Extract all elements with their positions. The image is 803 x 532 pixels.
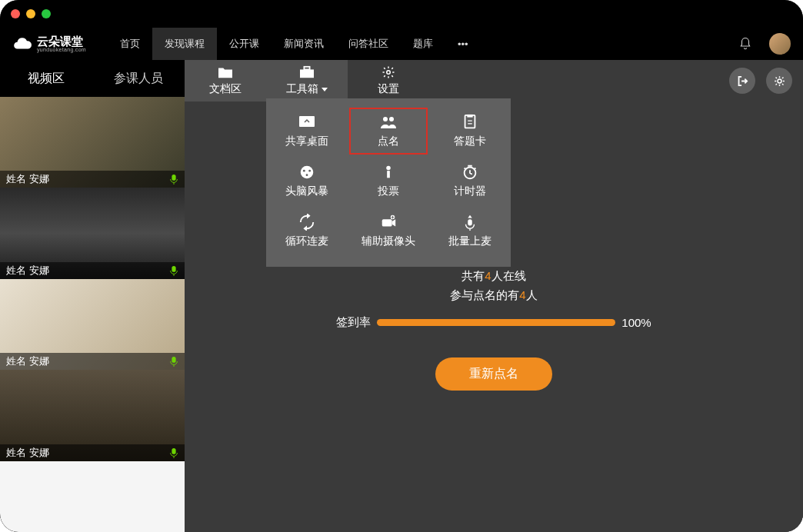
progress-row: 签到率 100%	[336, 315, 651, 330]
timer-icon	[461, 164, 479, 181]
rate-label: 签到率	[336, 315, 371, 330]
tool-answer-card[interactable]: 答题卡	[429, 106, 511, 156]
video-list: 姓名 安娜 姓名 安娜 姓名 安娜 姓名 安娜	[0, 97, 185, 532]
titlebar	[0, 0, 803, 28]
mic-icon	[169, 447, 178, 458]
video-cell[interactable]: 姓名 安娜	[0, 188, 185, 278]
svg-rect-5	[304, 67, 309, 70]
svg-point-6	[387, 71, 391, 75]
tool-brainstorm[interactable]: 头脑风暴	[266, 156, 348, 206]
svg-rect-12	[467, 115, 472, 118]
user-avatar[interactable]	[769, 33, 791, 55]
toolbox-dropdown: 共享桌面 点名 答题卡 头脑风暴 投票 计时器	[266, 98, 511, 267]
mic-icon	[169, 356, 178, 367]
svg-rect-8	[299, 116, 315, 127]
brainstorm-icon	[298, 164, 316, 181]
nav-news[interactable]: 新闻资讯	[272, 28, 336, 60]
mic-up-icon	[461, 214, 479, 231]
cloud-icon	[12, 34, 32, 54]
toolbox-label: 工具箱	[286, 82, 318, 96]
top-nav: 云朵课堂 yunduoketang.com 首页 发现课程 公开课 新闻资讯 问…	[0, 28, 803, 60]
nav-items: 首页 发现课程 公开课 新闻资讯 问答社区 题库 •••	[108, 28, 481, 60]
camera-plus-icon	[379, 214, 398, 231]
svg-rect-20	[382, 219, 392, 226]
nav-open-class[interactable]: 公开课	[217, 28, 272, 60]
svg-point-17	[386, 166, 391, 171]
exit-button[interactable]	[729, 68, 755, 94]
video-cell[interactable]: 姓名 安娜	[0, 97, 185, 188]
tool-aux-camera[interactable]: 辅助摄像头	[348, 206, 429, 256]
mic-icon	[169, 265, 178, 276]
left-tabs: 视频区 参课人员	[0, 60, 185, 97]
svg-point-16	[306, 174, 308, 176]
svg-rect-18	[387, 171, 390, 178]
svg-point-7	[778, 79, 781, 83]
exit-icon	[736, 75, 749, 88]
left-panel: 视频区 参课人员 姓名 安娜 姓名 安娜 姓名 安娜 姓名 安	[0, 60, 185, 532]
logo[interactable]: 云朵课堂 yunduoketang.com	[12, 34, 86, 54]
close-dot[interactable]	[11, 9, 20, 18]
tool-share-screen[interactable]: 共享桌面	[266, 106, 348, 156]
docs-label: 文档区	[209, 82, 242, 96]
svg-rect-1	[172, 266, 175, 272]
nav-discover[interactable]: 发现课程	[152, 28, 217, 60]
tool-batch-mic[interactable]: 批量上麦	[429, 206, 511, 256]
card-icon	[461, 114, 479, 131]
toolbar: 文档区 工具箱 设置	[185, 60, 803, 101]
tool-cycle-mic[interactable]: 循环连麦	[266, 206, 348, 256]
docs-button[interactable]: 文档区	[185, 60, 266, 101]
svg-rect-4	[300, 69, 314, 78]
settings-button[interactable]: 设置	[348, 60, 429, 101]
briefcase-icon	[298, 65, 315, 79]
video-cell[interactable]: 姓名 安娜	[0, 279, 185, 370]
logo-title: 云朵课堂	[37, 35, 86, 47]
nav-more[interactable]: •••	[445, 28, 481, 60]
tool-vote[interactable]: 投票	[348, 156, 429, 206]
svg-point-9	[383, 117, 388, 121]
nav-home[interactable]: 首页	[108, 28, 152, 60]
cycle-icon	[298, 214, 316, 231]
mic-icon	[169, 174, 178, 185]
rate-value: 100%	[621, 316, 651, 329]
nav-bank[interactable]: 题库	[401, 28, 445, 60]
nav-right	[738, 33, 791, 55]
vote-icon	[379, 164, 398, 181]
svg-point-13	[301, 166, 314, 179]
progress-bar	[377, 319, 615, 326]
caret-icon	[322, 88, 328, 91]
rerollcall-button[interactable]: 重新点名	[435, 357, 552, 391]
tab-video[interactable]: 视频区	[0, 60, 92, 97]
people-icon	[379, 114, 398, 131]
svg-point-14	[303, 170, 305, 172]
app-window: 云朵课堂 yunduoketang.com 首页 发现课程 公开课 新闻资讯 问…	[0, 0, 803, 532]
minimize-dot[interactable]	[26, 9, 35, 18]
svg-point-15	[308, 170, 311, 172]
config-button[interactable]	[766, 68, 792, 94]
tab-participants[interactable]: 参课人员	[92, 60, 185, 97]
video-cell[interactable]: 姓名 安娜	[0, 370, 185, 461]
maximize-dot[interactable]	[42, 9, 51, 18]
tool-rollcall[interactable]: 点名	[348, 106, 429, 156]
nav-qa[interactable]: 问答社区	[336, 28, 401, 60]
logo-sub: yunduoketang.com	[37, 47, 86, 52]
online-stat: 共有4人在线	[461, 269, 525, 284]
bell-icon[interactable]	[738, 37, 752, 51]
folder-icon	[217, 65, 234, 79]
gear-icon	[380, 65, 397, 79]
svg-point-10	[389, 117, 394, 121]
tool-timer[interactable]: 计时器	[429, 156, 511, 206]
svg-rect-2	[172, 357, 175, 363]
logo-text: 云朵课堂 yunduoketang.com	[37, 35, 86, 52]
settings-label: 设置	[378, 82, 399, 96]
gear-icon	[773, 75, 786, 88]
video-cell[interactable]	[0, 461, 185, 532]
screen-share-icon	[298, 114, 316, 131]
toolbox-button[interactable]: 工具箱	[266, 60, 348, 101]
svg-rect-0	[172, 175, 175, 181]
svg-rect-3	[172, 447, 175, 454]
rollcall-stat: 参与点名的有4人	[450, 288, 537, 303]
svg-rect-22	[468, 219, 472, 225]
